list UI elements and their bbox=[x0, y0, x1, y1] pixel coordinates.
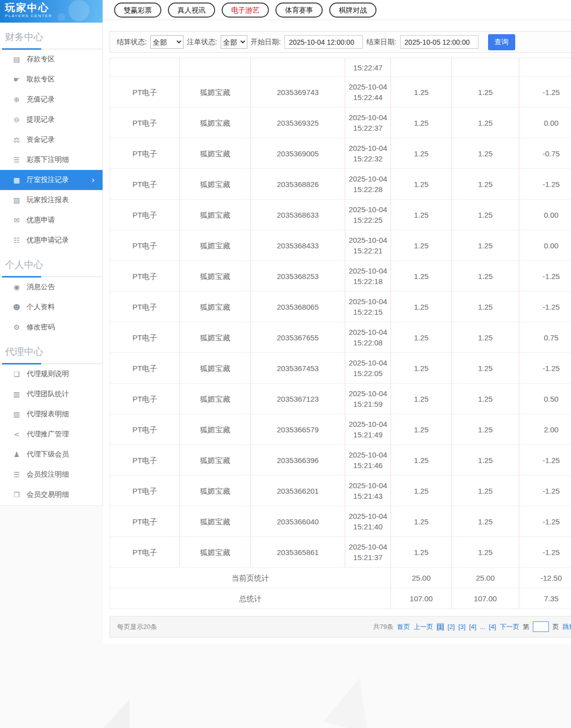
bet-date: 2025-10-04 bbox=[345, 265, 391, 276]
sidebar-item-promo-apply-records[interactable]: ☷优惠申请记录 bbox=[0, 230, 103, 250]
sidebar-item-lottery-bet-details[interactable]: ☰彩票下注明细 bbox=[0, 150, 103, 170]
sidebar-item-fund-records[interactable]: ⚖资金记录 bbox=[0, 130, 103, 150]
win-loss-cell: -1.25 bbox=[519, 537, 571, 568]
order-no-cell: 2035368633 bbox=[251, 200, 345, 230]
table-row: PT电子狐媚宝藏20353662012025-10-0415:21:431.25… bbox=[110, 476, 571, 506]
query-button[interactable]: 查询 bbox=[488, 34, 515, 50]
sidebar-item-agent-sub-members[interactable]: ♟代理下级会员 bbox=[0, 444, 103, 465]
page-link[interactable]: [2] bbox=[447, 623, 454, 630]
order-status-select[interactable]: 全部 bbox=[221, 35, 247, 49]
end-date-input[interactable] bbox=[400, 35, 479, 49]
sidebar-item-label: 充值记录 bbox=[27, 95, 55, 104]
sidebar-item-agent-promotion[interactable]: <代理推广管理 bbox=[0, 424, 103, 444]
goto-page-button[interactable]: 跳转 bbox=[562, 622, 571, 631]
order-no-cell: 2035368065 bbox=[251, 292, 345, 322]
valid-bet-cell: 1.25 bbox=[452, 445, 519, 476]
sidebar-item-label: 玩家投注报表 bbox=[27, 196, 69, 205]
bet-time-cell: 15:22:47 bbox=[345, 58, 391, 77]
table-row: PT电子狐媚宝藏20353676552025-10-0415:22:081.25… bbox=[110, 322, 571, 353]
page-link[interactable]: ... bbox=[480, 623, 486, 630]
sidebar-item-agent-rules[interactable]: ❏代理规则说明 bbox=[0, 364, 103, 384]
tab-electronic-games[interactable]: 电子游艺 bbox=[222, 3, 269, 18]
members-icon: ♟ bbox=[12, 450, 21, 459]
page-link[interactable]: [3] bbox=[458, 623, 465, 630]
bet-time: 15:22:28 bbox=[345, 184, 391, 195]
table-row: PT电子狐媚宝藏20353684332025-10-0415:22:211.25… bbox=[110, 230, 571, 261]
order-no-cell: 2035369005 bbox=[251, 138, 345, 169]
table-row: PT电子狐媚宝藏20353674532025-10-0415:22:051.25… bbox=[110, 353, 571, 384]
sidebar-item-label: 取款专区 bbox=[27, 75, 55, 84]
gear-icon: ⚙ bbox=[12, 323, 21, 331]
table-row: PT电子狐媚宝藏20353682532025-10-0415:22:181.25… bbox=[110, 261, 571, 292]
sidebar-item-hall-bet-records[interactable]: ▦厅室投注记录› bbox=[0, 170, 103, 190]
page-link[interactable]: [4] bbox=[489, 623, 496, 630]
valid-bet-cell: 1.25 bbox=[452, 200, 519, 230]
bet-time-cell: 2025-10-0415:22:37 bbox=[345, 108, 391, 138]
category-tabs: 雙赢彩票真人视讯电子游艺体育赛事棋牌对战 bbox=[103, 0, 571, 20]
win-loss-cell: -1.25 bbox=[519, 353, 571, 384]
bet-time-cell: 2025-10-0415:22:15 bbox=[345, 292, 391, 322]
bet-time: 15:22:37 bbox=[345, 123, 391, 133]
bet-amount-cell: 1.25 bbox=[391, 138, 452, 169]
tab-live-video[interactable]: 真人视讯 bbox=[168, 3, 215, 18]
recharge-icon: ⊕ bbox=[12, 96, 21, 104]
sidebar-item-deposit-area[interactable]: ▤存款专区 bbox=[0, 49, 103, 69]
background-triangle-decoration bbox=[324, 672, 380, 728]
tab-board-games[interactable]: 棋牌对战 bbox=[329, 3, 376, 18]
platform-cell: PT电子 bbox=[110, 230, 180, 261]
table-row-partial: 15:22:47 bbox=[110, 58, 571, 77]
platform-cell: PT电子 bbox=[110, 200, 180, 230]
win-loss-cell: -1.25 bbox=[519, 506, 571, 537]
sidebar-item-player-bet-report[interactable]: ▧玩家投注报表 bbox=[0, 190, 103, 210]
platform-cell: PT电子 bbox=[110, 537, 180, 568]
bet-time-cell: 2025-10-0415:21:40 bbox=[345, 506, 391, 537]
sidebar-item-profile[interactable]: ☻个人资料 bbox=[0, 297, 103, 317]
sidebar-header: 玩家中心 PLAYERS CENTER bbox=[0, 0, 103, 23]
game-cell: 狐媚宝藏 bbox=[180, 77, 251, 108]
tab-sports[interactable]: 体育赛事 bbox=[275, 3, 323, 18]
sidebar-item-member-bet-details[interactable]: ☰会员投注明细 bbox=[0, 465, 103, 485]
platform-cell: PT电子 bbox=[110, 476, 180, 506]
page-link[interactable]: 上一页 bbox=[414, 622, 433, 631]
goto-page-prefix: 第 bbox=[523, 622, 529, 631]
sidebar-item-withdrawal-records[interactable]: ⊖提现记录 bbox=[0, 110, 103, 130]
game-cell: 狐媚宝藏 bbox=[180, 445, 251, 476]
start-date-label: 开始日期: bbox=[251, 38, 281, 47]
sidebar-item-agent-report-details[interactable]: ▥代理报表明细 bbox=[0, 404, 103, 424]
sidebar-item-member-trade-details[interactable]: ❐会员交易明细 bbox=[0, 485, 103, 505]
sidebar-item-change-password[interactable]: ⚙修改密码 bbox=[0, 317, 103, 337]
sidebar-item-announcements[interactable]: ◉消息公告 bbox=[0, 277, 103, 297]
page-link[interactable]: 首页 bbox=[397, 622, 410, 631]
sidebar-item-recharge-records[interactable]: ⊕充值记录 bbox=[0, 89, 103, 110]
page-link[interactable]: 下一页 bbox=[500, 622, 519, 631]
sidebar-item-withdraw-area[interactable]: ☛取款专区 bbox=[0, 69, 103, 89]
win-loss-cell: -1.25 bbox=[519, 292, 571, 322]
sidebar-item-label: 存款专区 bbox=[27, 55, 55, 64]
team-stats-icon: ▥ bbox=[12, 390, 21, 398]
tab-lottery[interactable]: 雙赢彩票 bbox=[114, 3, 161, 18]
sidebar-item-agent-team-stats[interactable]: ▥代理团队统计 bbox=[0, 384, 103, 404]
valid-bet-cell: 1.25 bbox=[452, 108, 519, 138]
win-loss-cell: -1.25 bbox=[519, 77, 571, 108]
document-icon: ❏ bbox=[12, 370, 21, 378]
win-loss-cell: -12.50 bbox=[519, 568, 571, 588]
start-date-input[interactable] bbox=[284, 35, 363, 49]
order-no-cell: 2035368433 bbox=[251, 230, 345, 261]
platform-cell: PT电子 bbox=[110, 292, 180, 322]
platform-cell: PT电子 bbox=[110, 77, 180, 108]
pagination-bar: 每页显示20条 共79条 首页上一页[1][2][3][4]...[4]下一页 … bbox=[110, 616, 571, 638]
bet-time-cell: 2025-10-0415:22:18 bbox=[345, 261, 391, 292]
bet-time-cell: 2025-10-0415:22:25 bbox=[345, 200, 391, 230]
bet-amount-cell: 25.00 bbox=[391, 568, 452, 588]
page-link[interactable]: [4] bbox=[469, 623, 476, 630]
page-link[interactable]: [1] bbox=[437, 623, 444, 630]
win-loss-cell: 2.00 bbox=[519, 414, 571, 445]
bet-amount-cell: 1.25 bbox=[391, 77, 452, 108]
bet-time: 15:21:46 bbox=[345, 460, 391, 471]
sidebar-item-promo-apply[interactable]: ✉优惠申请 bbox=[0, 210, 103, 230]
bet-time-cell: 2025-10-0415:22:32 bbox=[345, 138, 391, 169]
bet-time: 15:21:49 bbox=[345, 429, 391, 440]
bet-time: 15:22:21 bbox=[345, 245, 391, 256]
settle-status-select[interactable]: 全部 bbox=[150, 35, 183, 49]
goto-page-input[interactable] bbox=[533, 621, 549, 632]
